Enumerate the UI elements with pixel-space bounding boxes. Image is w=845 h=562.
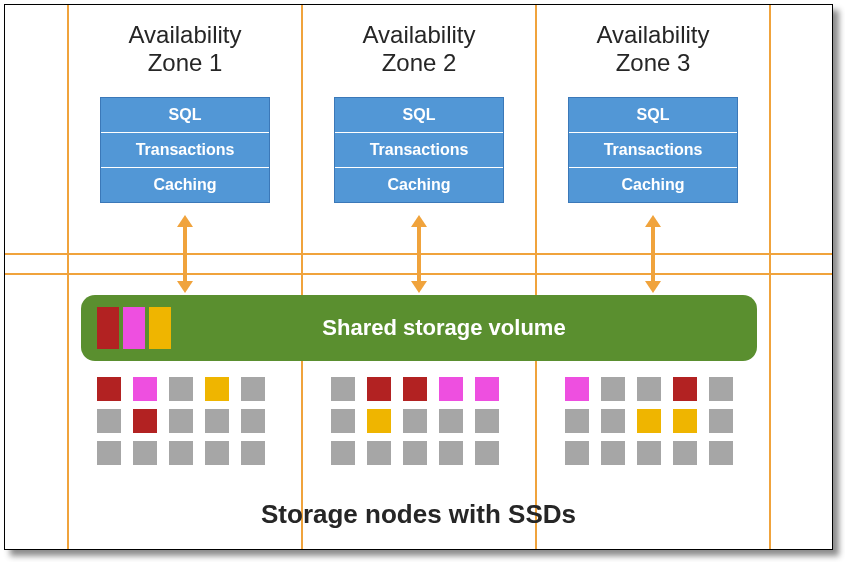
grid-vertical-az1-az2	[301, 5, 303, 549]
storage-block-gray	[475, 409, 499, 433]
shared-storage-volume: Shared storage volume	[81, 295, 757, 361]
storage-block-gray	[439, 409, 463, 433]
storage-row	[331, 441, 499, 465]
storage-block-gray	[241, 409, 265, 433]
storage-group-az2	[331, 377, 499, 465]
storage-row	[97, 409, 265, 433]
storage-block-gray	[601, 377, 625, 401]
storage-block-gray	[331, 409, 355, 433]
storage-block-gray	[241, 377, 265, 401]
compute-layer-caching: Caching	[335, 167, 503, 202]
storage-block-gray	[331, 441, 355, 465]
grid-vertical-left	[67, 5, 69, 549]
storage-block-gray	[205, 441, 229, 465]
az-title-2: AvailabilityZone 2	[309, 21, 529, 76]
compute-layer-transactions: Transactions	[101, 132, 269, 167]
storage-block-red	[673, 377, 697, 401]
storage-row	[97, 377, 265, 401]
storage-group-az1	[97, 377, 265, 465]
grid-vertical-right	[769, 5, 771, 549]
storage-row	[565, 441, 733, 465]
compute-layer-sql: SQL	[569, 98, 737, 132]
storage-block-red	[97, 377, 121, 401]
shared-volume-label: Shared storage volume	[171, 315, 757, 341]
arrow-shaft	[651, 227, 655, 281]
storage-block-gold	[205, 377, 229, 401]
storage-block-gray	[241, 441, 265, 465]
storage-caption: Storage nodes with SSDs	[5, 499, 832, 530]
chip-magenta	[123, 307, 145, 349]
storage-block-red	[403, 377, 427, 401]
storage-block-gray	[331, 377, 355, 401]
storage-block-gray	[601, 409, 625, 433]
arrow-head-up-icon	[177, 215, 193, 227]
storage-block-gray	[565, 441, 589, 465]
storage-block-gold	[673, 409, 697, 433]
storage-block-gray	[637, 377, 661, 401]
compute-layer-caching: Caching	[101, 167, 269, 202]
storage-block-gray	[403, 409, 427, 433]
storage-row	[331, 377, 499, 401]
storage-block-gray	[169, 409, 193, 433]
arrow-az3	[646, 215, 660, 293]
storage-block-gray	[169, 441, 193, 465]
az-title-3: AvailabilityZone 3	[543, 21, 763, 76]
storage-block-gray	[403, 441, 427, 465]
arrow-head-down-icon	[177, 281, 193, 293]
arrow-head-up-icon	[411, 215, 427, 227]
arrow-head-up-icon	[645, 215, 661, 227]
compute-stack-az2: SQL Transactions Caching	[334, 97, 504, 203]
storage-block-magenta	[133, 377, 157, 401]
storage-block-magenta	[565, 377, 589, 401]
storage-block-gray	[97, 409, 121, 433]
compute-stack-az3: SQL Transactions Caching	[568, 97, 738, 203]
storage-block-gray	[709, 409, 733, 433]
storage-block-gray	[475, 441, 499, 465]
storage-block-gray	[709, 377, 733, 401]
storage-block-gray	[709, 441, 733, 465]
compute-layer-sql: SQL	[335, 98, 503, 132]
storage-block-gray	[205, 409, 229, 433]
az-title-text: AvailabilityZone 1	[129, 21, 242, 76]
chip-red	[97, 307, 119, 349]
compute-layer-caching: Caching	[569, 167, 737, 202]
arrow-az2	[412, 215, 426, 293]
storage-block-red	[133, 409, 157, 433]
storage-row	[565, 409, 733, 433]
storage-block-red	[367, 377, 391, 401]
arrow-head-down-icon	[411, 281, 427, 293]
storage-block-gray	[565, 409, 589, 433]
storage-block-gray	[97, 441, 121, 465]
compute-layer-transactions: Transactions	[335, 132, 503, 167]
storage-row	[331, 409, 499, 433]
storage-block-gold	[367, 409, 391, 433]
storage-block-magenta	[439, 377, 463, 401]
grid-vertical-az2-az3	[535, 5, 537, 549]
az-title-1: AvailabilityZone 1	[75, 21, 295, 76]
storage-block-gray	[367, 441, 391, 465]
volume-chips	[97, 307, 171, 349]
compute-stack-az1: SQL Transactions Caching	[100, 97, 270, 203]
storage-block-gray	[169, 377, 193, 401]
chip-gold	[149, 307, 171, 349]
diagram-frame: AvailabilityZone 1 AvailabilityZone 2 Av…	[4, 4, 833, 550]
az-title-text: AvailabilityZone 2	[363, 21, 476, 76]
compute-layer-transactions: Transactions	[569, 132, 737, 167]
storage-block-gray	[673, 441, 697, 465]
storage-block-gray	[601, 441, 625, 465]
az-title-text: AvailabilityZone 3	[597, 21, 710, 76]
arrow-az1	[178, 215, 192, 293]
storage-block-gold	[637, 409, 661, 433]
compute-layer-sql: SQL	[101, 98, 269, 132]
storage-row	[565, 377, 733, 401]
storage-group-az3	[565, 377, 733, 465]
storage-block-gray	[133, 441, 157, 465]
arrow-shaft	[183, 227, 187, 281]
storage-block-magenta	[475, 377, 499, 401]
storage-row	[97, 441, 265, 465]
arrow-head-down-icon	[645, 281, 661, 293]
storage-block-gray	[637, 441, 661, 465]
storage-block-gray	[439, 441, 463, 465]
arrow-shaft	[417, 227, 421, 281]
